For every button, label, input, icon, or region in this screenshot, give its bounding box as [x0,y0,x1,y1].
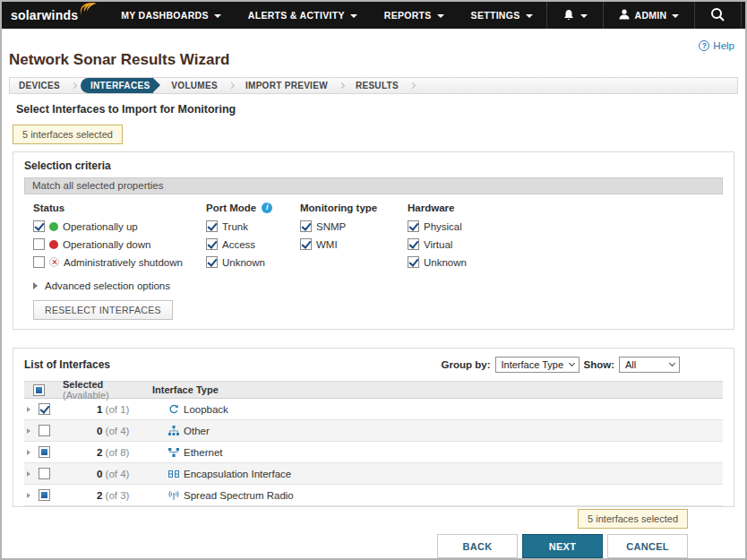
virtual-checkbox[interactable] [408,238,419,250]
wmi-checkbox[interactable] [300,238,312,250]
criterion-wmi[interactable]: WMI [300,238,408,250]
criterion-operationally-up[interactable]: Operationally up [33,220,206,232]
help-question-icon: ? [699,40,709,51]
chevron-down-icon [526,14,533,18]
loopback-row-checkbox[interactable] [39,403,50,415]
show-select[interactable]: All [619,357,680,373]
loopback-icon [167,404,180,415]
expand-triangle-icon [27,407,30,412]
step-separator-chevron-icon [71,82,77,89]
status-shutdown-icon [49,257,59,267]
nav-alerts-activity[interactable]: ALERTS & ACTIVITY [235,2,371,29]
criterion-virtual[interactable]: Virtual [408,238,723,250]
step-volumes[interactable]: VOLUMES [162,81,227,90]
admin-menu[interactable]: ADMIN [603,2,695,29]
step-import-preview[interactable]: IMPORT PREVIEW [236,81,337,90]
next-button[interactable]: NEXT [522,534,603,558]
criterion-admin-shutdown[interactable]: Administratively shutdown [33,256,206,268]
criterion-label: Administratively shutdown [64,257,183,268]
available-header-label: (Available) [63,390,109,401]
reselect-interfaces-button[interactable]: RESELECT INTERFACES [33,300,173,320]
select-all-checkbox[interactable] [33,384,45,396]
admin-label: ADMIN [635,10,667,21]
criterion-access[interactable]: Access [206,238,300,250]
available-count: (of 3) [106,490,130,501]
row-count: 2 (of 3) [97,490,167,501]
row-expander[interactable] [24,450,39,455]
criterion-label: Physical [424,221,462,232]
step-results[interactable]: RESULTS [347,81,408,90]
criterion-snmp[interactable]: SNMP [300,220,408,232]
page-help-link[interactable]: ? Help [699,40,734,51]
selected-header-label: Selected [63,379,103,390]
advanced-options-label: Advanced selection options [45,280,170,291]
user-icon [619,9,630,22]
available-count: (of 8) [106,447,130,458]
show-label: Show: [584,359,615,370]
nav-my-dashboards[interactable]: MY DASHBOARDS [107,2,235,29]
step-devices[interactable]: DEVICES [10,81,69,90]
row-expander[interactable] [24,407,39,412]
criterion-unknown-hardware[interactable]: Unknown [408,256,723,268]
expand-triangle-icon [27,471,30,477]
row-expander[interactable] [24,428,39,434]
step-interfaces-active[interactable]: INTERFACES [81,78,153,93]
notifications-menu[interactable] [546,2,603,29]
radio-icon [167,490,180,501]
status-column: Status Operationally up Operationally do… [33,202,206,274]
snmp-checkbox[interactable] [300,220,312,232]
encapsulation-row-checkbox[interactable] [39,468,50,479]
match-properties-bar: Match all selected properties [24,177,723,194]
expand-triangle-icon [27,428,30,434]
radio-row-checkbox[interactable] [39,489,50,501]
unknown-hardware-checkbox[interactable] [408,256,419,268]
encapsulation-icon [167,469,180,479]
admin-shutdown-checkbox[interactable] [33,256,45,268]
criterion-operationally-down[interactable]: Operationally down [33,238,206,250]
row-count: 1 (of 1) [97,404,167,415]
criterion-label: WMI [316,239,338,250]
row-count: 0 (of 4) [97,469,167,479]
selected-count: 2 [97,490,102,501]
criterion-label: Operationally up [63,221,138,232]
nav-help[interactable]: ? HELP [741,2,747,29]
nav-reports[interactable]: REPORTS [371,2,458,29]
status-down-icon [49,240,58,249]
criterion-physical[interactable]: Physical [408,220,723,232]
solarwinds-logo[interactable]: solarwinds [2,2,107,29]
operationally-up-checkbox[interactable] [33,220,45,232]
selection-criteria-panel: Selection criteria Match all selected pr… [13,151,734,330]
criterion-trunk[interactable]: Trunk [206,220,300,232]
cancel-button[interactable]: CANCEL [607,534,688,558]
trunk-checkbox[interactable] [206,220,218,232]
access-checkbox[interactable] [206,238,218,250]
interface-type-label: Encapsulation Interface [184,469,291,479]
row-expander[interactable] [24,493,39,498]
operationally-down-checkbox[interactable] [33,238,45,250]
section-title: Select Interfaces to Import for Monitori… [16,103,745,116]
group-by-value: Interface Type [502,359,564,370]
physical-checkbox[interactable] [408,220,419,232]
step-separator-chevron-icon [409,82,416,89]
other-row-checkbox[interactable] [39,425,50,436]
criterion-unknown-port[interactable]: Unknown [206,256,300,268]
search-button[interactable] [694,2,741,29]
row-expander[interactable] [24,471,39,477]
criterion-label: Access [222,239,255,250]
criterion-label: SNMP [316,221,346,232]
interface-type-label: Loopback [184,404,228,415]
bell-icon [562,9,575,22]
other-icon [167,426,180,436]
advanced-selection-options-toggle[interactable]: Advanced selection options [33,280,723,291]
ethernet-row-checkbox[interactable] [39,446,50,458]
nav-settings[interactable]: SETTINGS [458,2,546,29]
criteria-columns: Status Operationally up Operationally do… [33,202,723,274]
unknown-port-checkbox[interactable] [206,256,218,268]
interface-type-label: Ethernet [184,447,222,458]
help-link-label: Help [713,40,734,51]
back-button[interactable]: BACK [437,534,518,558]
group-by-select[interactable]: Interface Type [495,357,580,373]
wizard-buttons-row: BACK NEXT CANCEL [2,534,688,558]
info-icon[interactable]: i [262,202,272,213]
selected-count: 1 [97,404,102,415]
